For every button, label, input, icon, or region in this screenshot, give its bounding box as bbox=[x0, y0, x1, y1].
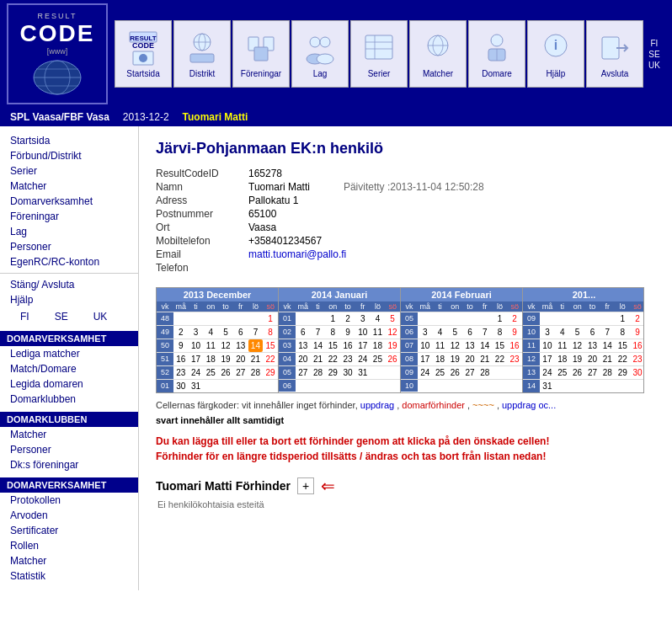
cal-cell-feb2014-26[interactable]: 26 bbox=[447, 366, 462, 379]
cal-cell-feb2014-1[interactable]: 1 bbox=[493, 312, 508, 325]
sidebar-dk-matcher[interactable]: Matcher bbox=[0, 427, 138, 442]
cal-cell-mar2014-28[interactable]: 28 bbox=[600, 366, 615, 379]
sidebar-lediga-matcher[interactable]: Lediga matcher bbox=[0, 346, 138, 361]
cal-cell-feb2014-25[interactable]: 25 bbox=[433, 366, 448, 379]
cal-cell-jan2014-3[interactable]: 3 bbox=[355, 312, 371, 325]
nav-domare[interactable]: Domare bbox=[468, 20, 525, 88]
cal-cell-mar2014-1[interactable]: 1 bbox=[615, 312, 630, 325]
cal-cell-dec2013-2[interactable]: 2 bbox=[173, 326, 189, 339]
sidebar-hjalp[interactable]: Hjälp bbox=[0, 292, 138, 307]
cal-cell-feb2014-23[interactable]: 23 bbox=[507, 353, 522, 365]
sidebar-protokollen[interactable]: Protokollen bbox=[0, 493, 138, 508]
cal-cell-feb2014-9[interactable]: 9 bbox=[507, 326, 522, 339]
cal-cell-mar2014-13[interactable]: 13 bbox=[585, 339, 600, 352]
nav-serier[interactable]: Serier bbox=[350, 20, 408, 88]
cal-cell-jan2014-13[interactable]: 13 bbox=[296, 339, 311, 352]
cal-cell-mar2014-7[interactable]: 7 bbox=[600, 326, 615, 339]
sidebar-personer[interactable]: Personer bbox=[0, 239, 138, 254]
cal-cell-mar2014-18[interactable]: 18 bbox=[555, 353, 570, 365]
cal-cell-jan2014-18[interactable]: 18 bbox=[371, 339, 386, 352]
cal-cell-mar2014-22[interactable]: 22 bbox=[615, 353, 630, 365]
cal-cell-mar2014-10[interactable]: 10 bbox=[540, 339, 555, 352]
logo[interactable]: RESULT CODE [www] bbox=[7, 3, 108, 104]
cal-cell-feb2014-19[interactable]: 19 bbox=[447, 353, 462, 365]
sidebar-rollen[interactable]: Rollen bbox=[0, 538, 138, 553]
cal-cell-jan2014-19[interactable]: 19 bbox=[385, 339, 400, 352]
cal-cell-dec2013-8[interactable]: 8 bbox=[263, 326, 278, 339]
sidebar-dk-foreningar[interactable]: Dk:s föreningar bbox=[0, 457, 138, 472]
legend-uppdrag-oc[interactable]: uppdrag oc... bbox=[502, 400, 556, 410]
cal-cell-dec2013-16[interactable]: 16 bbox=[173, 353, 189, 365]
cal-cell-mar2014-23[interactable]: 23 bbox=[630, 353, 644, 365]
cal-cell-jan2014-2[interactable]: 2 bbox=[340, 312, 355, 325]
cal-cell-jan2014-26[interactable]: 26 bbox=[385, 353, 400, 365]
cal-cell-jan2014-9[interactable]: 9 bbox=[340, 326, 355, 339]
cal-cell-feb2014-6[interactable]: 6 bbox=[462, 326, 477, 339]
cal-cell-mar2014-29[interactable]: 29 bbox=[615, 366, 630, 379]
cal-cell-dec2013-24[interactable]: 24 bbox=[189, 366, 204, 379]
cal-cell-mar2014-21[interactable]: 21 bbox=[600, 353, 615, 365]
cal-cell-dec2013-14[interactable]: 14 bbox=[248, 339, 264, 352]
lang-fi[interactable]: FI bbox=[651, 39, 659, 48]
cal-cell-jan2014-24[interactable]: 24 bbox=[355, 353, 371, 365]
cal-cell-feb2014-24[interactable]: 24 bbox=[418, 366, 433, 379]
nav-startsida[interactable]: RESULT CODE Startsida bbox=[115, 20, 172, 88]
cal-cell-jan2014-5[interactable]: 5 bbox=[385, 312, 400, 325]
sidebar-forbund[interactable]: Förbund/Distrikt bbox=[0, 148, 138, 163]
sidebar-domarklubben[interactable]: Domarklubben bbox=[0, 392, 138, 407]
cal-cell-jan2014-31[interactable]: 31 bbox=[355, 366, 371, 379]
cal-cell-jan2014-16[interactable]: 16 bbox=[340, 339, 355, 352]
legend-uppdrag[interactable]: uppdrag bbox=[360, 400, 394, 410]
cal-cell-mar2014-2[interactable]: 2 bbox=[630, 312, 644, 325]
cal-cell-mar2014-9[interactable]: 9 bbox=[630, 326, 644, 339]
cal-cell-dec2013-23[interactable]: 23 bbox=[173, 366, 189, 379]
sidebar-foreningar[interactable]: Föreningar bbox=[0, 209, 138, 224]
cal-cell-jan2014-22[interactable]: 22 bbox=[325, 353, 340, 365]
cal-cell-dec2013-6[interactable]: 6 bbox=[233, 326, 248, 339]
cal-cell-mar2014-16[interactable]: 16 bbox=[630, 339, 644, 352]
cal-cell-dec2013-15[interactable]: 15 bbox=[263, 339, 278, 352]
cal-cell-feb2014-16[interactable]: 16 bbox=[507, 339, 522, 352]
cal-cell-feb2014-7[interactable]: 7 bbox=[477, 326, 493, 339]
cal-cell-dec2013-29[interactable]: 29 bbox=[263, 366, 278, 379]
cal-cell-feb2014-28[interactable]: 28 bbox=[477, 366, 493, 379]
cal-cell-feb2014-4[interactable]: 4 bbox=[433, 326, 448, 339]
nav-lag[interactable]: Lag bbox=[291, 20, 349, 88]
cal-cell-dec2013-1[interactable]: 1 bbox=[263, 312, 278, 325]
cal-cell-dec2013-4[interactable]: 4 bbox=[203, 326, 218, 339]
cal-cell-feb2014-21[interactable]: 21 bbox=[477, 353, 493, 365]
cal-cell-feb2014-5[interactable]: 5 bbox=[447, 326, 462, 339]
cal-cell-mar2014-24[interactable]: 24 bbox=[540, 366, 555, 379]
cal-cell-feb2014-15[interactable]: 15 bbox=[493, 339, 508, 352]
lang-uk[interactable]: UK bbox=[648, 61, 660, 70]
cal-cell-dec2013-19[interactable]: 19 bbox=[218, 353, 233, 365]
cal-cell-jan2014-14[interactable]: 14 bbox=[311, 339, 326, 352]
sidebar-match-domare[interactable]: Match/Domare bbox=[0, 361, 138, 376]
nav-hjalp[interactable]: i Hjälp bbox=[527, 20, 584, 88]
cal-cell-dec2013-10[interactable]: 10 bbox=[189, 339, 204, 352]
cal-cell-dec2013-3[interactable]: 3 bbox=[189, 326, 204, 339]
cal-cell-mar2014-19[interactable]: 19 bbox=[570, 353, 585, 365]
cal-cell-mar2014-4[interactable]: 4 bbox=[555, 326, 570, 339]
cal-cell-jan2014-30[interactable]: 30 bbox=[340, 366, 355, 379]
cal-cell-dec2013-31[interactable]: 31 bbox=[189, 380, 204, 392]
cal-cell-jan2014-4[interactable]: 4 bbox=[371, 312, 386, 325]
cal-cell-jan2014-12[interactable]: 12 bbox=[385, 326, 400, 339]
cal-cell-feb2014-20[interactable]: 20 bbox=[462, 353, 477, 365]
sidebar-matcher2[interactable]: Matcher bbox=[0, 553, 138, 568]
cal-cell-feb2014-22[interactable]: 22 bbox=[493, 353, 508, 365]
forhinder-add-button[interactable]: + bbox=[297, 477, 314, 494]
cal-cell-mar2014-6[interactable]: 6 bbox=[585, 326, 600, 339]
cal-cell-jan2014-6[interactable]: 6 bbox=[296, 326, 311, 339]
cal-cell-dec2013-13[interactable]: 13 bbox=[233, 339, 248, 352]
cal-cell-mar2014-5[interactable]: 5 bbox=[570, 326, 585, 339]
cal-cell-mar2014-12[interactable]: 12 bbox=[570, 339, 585, 352]
cal-cell-jan2014-1[interactable]: 1 bbox=[325, 312, 340, 325]
nav-matcher[interactable]: Matcher bbox=[409, 20, 467, 88]
cal-cell-feb2014-3[interactable]: 3 bbox=[418, 326, 433, 339]
cal-cell-feb2014-14[interactable]: 14 bbox=[477, 339, 493, 352]
sidebar-egenrc[interactable]: EgenRC/RC-konton bbox=[0, 254, 138, 269]
cal-cell-mar2014-31[interactable]: 31 bbox=[540, 380, 555, 392]
sidebar-startsida[interactable]: Startsida bbox=[0, 133, 138, 148]
cal-cell-jan2014-23[interactable]: 23 bbox=[340, 353, 355, 365]
